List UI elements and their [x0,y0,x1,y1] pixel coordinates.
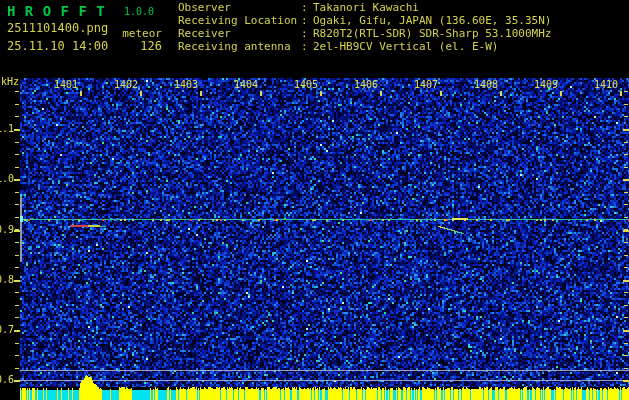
y-tick-label: 1.1 [0,123,14,134]
station-value: 2el-HB9CV Vertical (el. E-W) [313,41,498,54]
x-tick-label: 1407 [414,79,438,90]
meteor-count: 126 [118,39,162,53]
station-value: Ogaki, Gifu, JAPAN (136.60E, 35.35N) [313,15,551,28]
spectrogram-canvas [0,0,629,400]
y-tick-label: 0.8 [0,274,14,285]
station-value: R820T2(RTL-SDR) SDR-Sharp 53.1000MHz [313,28,551,41]
capture-filename: 2511101400.png [7,21,108,35]
x-tick-label: 1404 [234,79,258,90]
station-label: Receiving Location [178,15,301,28]
x-tick-label: 1408 [474,79,498,90]
x-tick-label: 1403 [174,79,198,90]
station-colon: : [301,15,313,28]
station-colon: : [301,28,313,41]
y-tick-label: 0.9 [0,224,14,235]
station-row-antenna: Receiving antenna:2el-HB9CV Vertical (el… [178,41,551,54]
x-tick-label: 1405 [294,79,318,90]
x-tick-label: 1401 [54,79,78,90]
hrofft-window: H R O F F T 1.0.0 2511101400.png meteor … [0,0,629,400]
station-colon: : [301,41,313,54]
station-label: Receiver [178,28,301,41]
station-info: Observer:Takanori Kawachi Receiving Loca… [178,2,551,54]
capture-datetime: 25.11.10 14:00 [7,39,108,53]
x-tick-label: 1409 [534,79,558,90]
y-axis-unit-label: kHz [1,76,19,87]
x-tick-label: 1410 [594,79,618,90]
station-label: Receiving antenna [178,41,301,54]
x-tick-label: 1402 [114,79,138,90]
y-tick-label: 0.6 [0,374,14,385]
y-tick-label: 1.0 [0,173,14,184]
y-tick-label: 0.7 [0,324,14,335]
station-row-observer: Observer:Takanori Kawachi [178,2,551,15]
station-value: Takanori Kawachi [313,2,419,15]
app-version: 1.0.0 [124,6,154,17]
station-row-receiver: Receiver:R820T2(RTL-SDR) SDR-Sharp 53.10… [178,28,551,41]
app-title: H R O F F T [7,3,105,19]
x-tick-label: 1406 [354,79,378,90]
station-label: Observer [178,2,301,15]
station-colon: : [301,2,313,15]
station-row-location: Receiving Location:Ogaki, Gifu, JAPAN (1… [178,15,551,28]
